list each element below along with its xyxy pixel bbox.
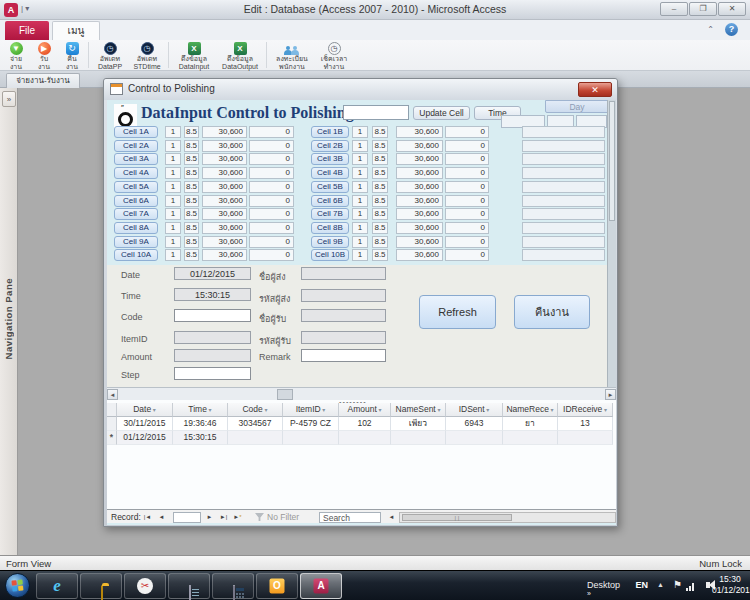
qty-field[interactable]: 1 [352, 222, 368, 234]
ribbon-button-update-datapp[interactable]: ◷ อัพเดท DataPP [92, 41, 128, 70]
hours-field[interactable]: 8.5 [184, 249, 199, 261]
sort-dropdown-icon[interactable]: ▾ [549, 407, 554, 413]
actual-field[interactable]: 0 [249, 126, 294, 138]
taskbar-internet-explorer[interactable]: e [36, 573, 78, 599]
cell-button-b[interactable]: Cell 10B [311, 249, 349, 261]
update-cell-button[interactable]: Update Cell [413, 106, 470, 120]
qty-field[interactable]: 1 [165, 167, 181, 179]
cell-button-a[interactable]: Cell 1A [114, 126, 158, 138]
step-field[interactable] [174, 367, 251, 380]
table-cell[interactable]: ยา [503, 417, 558, 431]
scroll-left-icon[interactable]: ◄ [107, 389, 118, 400]
sort-dropdown-icon[interactable]: ▾ [321, 407, 326, 413]
code-field[interactable] [174, 309, 251, 322]
last-record-icon[interactable]: ►| [217, 512, 230, 523]
target-field[interactable]: 30,600 [396, 140, 443, 152]
cell-button-b[interactable]: Cell 1B [311, 126, 349, 138]
actual-field[interactable]: 0 [249, 167, 294, 179]
taskbar-outlook[interactable]: O [256, 573, 298, 599]
hours-field[interactable]: 8.5 [372, 153, 388, 165]
target-field[interactable]: 30,600 [396, 222, 443, 234]
hours-field[interactable]: 8.5 [184, 153, 199, 165]
previous-record-icon[interactable]: ◄ [155, 512, 168, 523]
record-count-box[interactable] [173, 512, 201, 523]
actual-field[interactable]: 0 [249, 140, 294, 152]
hours-field[interactable]: 8.5 [184, 208, 199, 220]
hours-field[interactable]: 8.5 [372, 195, 388, 207]
form-vertical-scrollbar[interactable] [607, 100, 616, 387]
next-record-icon[interactable]: ► [203, 512, 216, 523]
cell-button-a[interactable]: Cell 4A [114, 167, 158, 179]
actual-field[interactable]: 0 [249, 222, 294, 234]
extra-field[interactable] [522, 222, 605, 234]
scrollbar-thumb[interactable]: | | [402, 514, 512, 522]
table-cell[interactable] [339, 431, 391, 445]
restore-icon[interactable]: ❐ [689, 2, 717, 16]
column-header-idreceive[interactable]: IDReceive ▾ [558, 403, 613, 417]
ribbon-collapse-icon[interactable]: ⌃ [707, 25, 714, 34]
target-field[interactable]: 30,600 [396, 181, 443, 193]
row-selector[interactable] [107, 417, 117, 431]
cell-button-a[interactable]: Cell 9A [114, 236, 158, 248]
remark-field[interactable] [301, 349, 386, 362]
cell-button-b[interactable]: Cell 3B [311, 153, 349, 165]
form-close-icon[interactable]: ✕ [578, 82, 612, 97]
doc-tab-assign-receive[interactable]: จ่ายงาน-รับงาน [6, 73, 80, 88]
qty-field[interactable]: 1 [165, 208, 181, 220]
table-cell[interactable] [283, 431, 339, 445]
target-field[interactable]: 30,600 [202, 153, 247, 165]
cell-button-a[interactable]: Cell 7A [114, 208, 158, 220]
table-cell[interactable]: 3034567 [228, 417, 283, 431]
sort-dropdown-icon[interactable]: ▾ [263, 407, 268, 413]
hours-field[interactable]: 8.5 [184, 236, 199, 248]
hours-field[interactable]: 8.5 [184, 195, 199, 207]
column-header-namesent[interactable]: NameSent ▾ [391, 403, 446, 417]
network-icon[interactable] [686, 583, 696, 591]
cell-button-a[interactable]: Cell 6A [114, 195, 158, 207]
return-work-button[interactable]: คืนงาน [514, 295, 590, 329]
extra-field[interactable] [522, 126, 605, 138]
show-hidden-icons[interactable]: ▲ [657, 581, 664, 588]
table-cell[interactable]: 15:30:15 [173, 431, 228, 445]
target-field[interactable]: 30,600 [202, 167, 247, 179]
row-selector[interactable]: * [107, 431, 117, 445]
actual-field[interactable]: 0 [249, 153, 294, 165]
close-icon[interactable]: ✕ [718, 2, 746, 16]
qty-field[interactable]: 1 [165, 236, 181, 248]
hours-field[interactable]: 8.5 [184, 167, 199, 179]
extra-field[interactable] [522, 249, 605, 261]
ribbon-button-pull-datainput[interactable]: X ดึงข้อมูล DataInput [172, 41, 216, 70]
start-button[interactable] [5, 573, 30, 598]
ribbon-button-assign-work[interactable]: ▼ จ่าย งาน [3, 41, 29, 70]
qty-field[interactable]: 1 [165, 140, 181, 152]
qty-field[interactable]: 1 [165, 195, 181, 207]
actual-field[interactable]: 0 [249, 195, 294, 207]
target-field[interactable]: 30,600 [396, 167, 443, 179]
extra-field[interactable] [522, 181, 605, 193]
ribbon-button-return-work[interactable]: ↻ คืน งาน [59, 41, 85, 70]
extra-field[interactable] [522, 153, 605, 165]
actual-field[interactable]: 0 [445, 181, 489, 193]
qty-field[interactable]: 1 [165, 249, 181, 261]
actual-field[interactable]: 0 [249, 249, 294, 261]
actual-field[interactable]: 0 [445, 208, 489, 220]
actual-field[interactable]: 0 [249, 181, 294, 193]
language-indicator[interactable]: EN [635, 580, 648, 590]
table-cell[interactable]: เพียว [391, 417, 446, 431]
target-field[interactable]: 30,600 [202, 208, 247, 220]
actual-field[interactable]: 0 [445, 126, 489, 138]
tab-menu[interactable]: เมนู [52, 21, 100, 40]
target-field[interactable]: 30,600 [202, 222, 247, 234]
actual-field[interactable]: 0 [445, 195, 489, 207]
hours-field[interactable]: 8.5 [372, 249, 388, 261]
column-header-date[interactable]: Date ▾ [117, 403, 173, 417]
qty-field[interactable]: 1 [352, 249, 368, 261]
hours-field[interactable]: 8.5 [184, 140, 199, 152]
no-filter-button[interactable]: No Filter [267, 512, 299, 522]
cell-button-b[interactable]: Cell 9B [311, 236, 349, 248]
qty-field[interactable]: 1 [352, 140, 368, 152]
hours-field[interactable]: 8.5 [372, 222, 388, 234]
scroll-right-icon[interactable]: ► [605, 389, 616, 400]
cell-button-b[interactable]: Cell 7B [311, 208, 349, 220]
column-header-namerece[interactable]: NameRece ▾ [503, 403, 558, 417]
